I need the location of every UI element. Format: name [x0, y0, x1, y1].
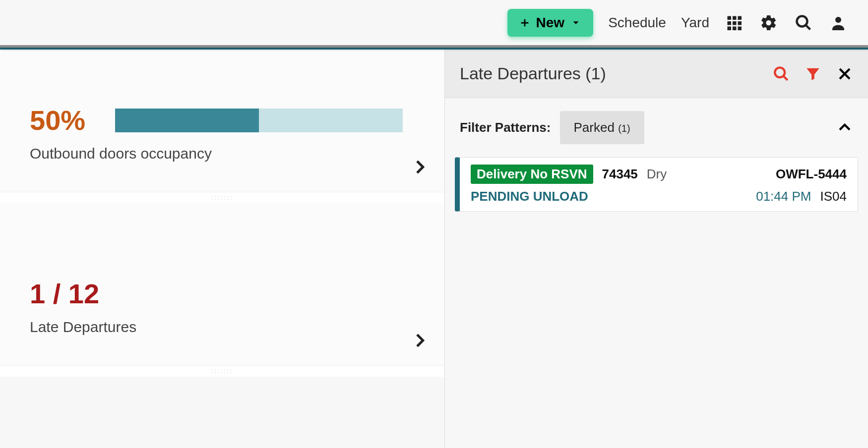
panel-search-icon[interactable]	[773, 65, 790, 82]
card-divider: :::::::	[0, 192, 444, 203]
entry-status: PENDING UNLOAD	[471, 189, 588, 204]
late-departures-label: Late Departures	[30, 319, 415, 336]
svg-point-10	[835, 17, 841, 23]
late-departures-card[interactable]: 1 / 12 Late Departures	[0, 203, 444, 366]
entry-type: Dry	[647, 167, 667, 182]
svg-point-9	[797, 16, 807, 26]
entry-badge: Delivery No RSVN	[471, 165, 593, 184]
nav-schedule[interactable]: Schedule	[608, 15, 666, 31]
filter-chip-label: Parked	[574, 120, 615, 135]
apps-icon[interactable]	[724, 13, 744, 33]
occupancy-progress-fill	[115, 109, 259, 132]
svg-rect-7	[733, 26, 737, 30]
late-departures-value: 1 / 12	[30, 278, 415, 310]
svg-rect-0	[728, 16, 732, 20]
occupancy-value: 50%	[30, 104, 85, 136]
nav-yard[interactable]: Yard	[681, 15, 709, 31]
svg-rect-6	[728, 26, 732, 30]
topbar: New Schedule Yard	[0, 0, 868, 48]
panel-header: Late Departures (1)	[445, 50, 868, 98]
right-panel: Late Departures (1) Filter Patterns: Par…	[444, 50, 868, 448]
card-divider: :::::::	[0, 366, 444, 377]
chevron-right-icon[interactable]	[410, 157, 430, 177]
chevron-down-icon	[570, 17, 581, 28]
late-departure-entry[interactable]: Delivery No RSVN 74345 Dry OWFL-5444 PEN…	[455, 157, 858, 212]
svg-rect-2	[738, 16, 742, 20]
user-icon[interactable]	[828, 13, 848, 33]
new-button[interactable]: New	[507, 9, 594, 37]
svg-point-11	[775, 67, 785, 77]
panel-close-icon[interactable]	[836, 65, 853, 82]
content: 50% Outbound doors occupancy ::::::: 1 /…	[0, 50, 868, 448]
svg-rect-4	[733, 21, 737, 25]
panel-title: Late Departures (1)	[460, 64, 758, 83]
app-root: New Schedule Yard 50%	[0, 0, 868, 448]
svg-rect-3	[728, 21, 732, 25]
left-column: 50% Outbound doors occupancy ::::::: 1 /…	[0, 50, 444, 448]
new-button-label: New	[536, 15, 565, 31]
filter-chip-parked[interactable]: Parked (1)	[560, 111, 644, 144]
svg-rect-8	[738, 26, 742, 30]
panel-filter-icon[interactable]	[805, 65, 821, 82]
entry-time: 01:44 PM	[756, 189, 811, 204]
filter-chip-count: (1)	[618, 123, 630, 134]
entry-id: 74345	[602, 167, 638, 182]
entry-location: IS04	[820, 189, 847, 204]
filter-row: Filter Patterns: Parked (1)	[445, 98, 868, 157]
chevron-up-icon[interactable]	[836, 118, 853, 137]
svg-rect-1	[733, 16, 737, 20]
search-icon[interactable]	[794, 13, 813, 33]
svg-rect-5	[738, 21, 742, 25]
filter-label: Filter Patterns:	[460, 120, 551, 135]
occupancy-label: Outbound doors occupancy	[30, 145, 415, 162]
occupancy-progress	[115, 109, 403, 132]
occupancy-card[interactable]: 50% Outbound doors occupancy	[0, 50, 444, 192]
gear-icon[interactable]	[759, 13, 779, 33]
plus-icon	[519, 17, 530, 28]
entry-asset: OWFL-5444	[776, 167, 847, 182]
chevron-right-icon[interactable]	[410, 331, 430, 350]
